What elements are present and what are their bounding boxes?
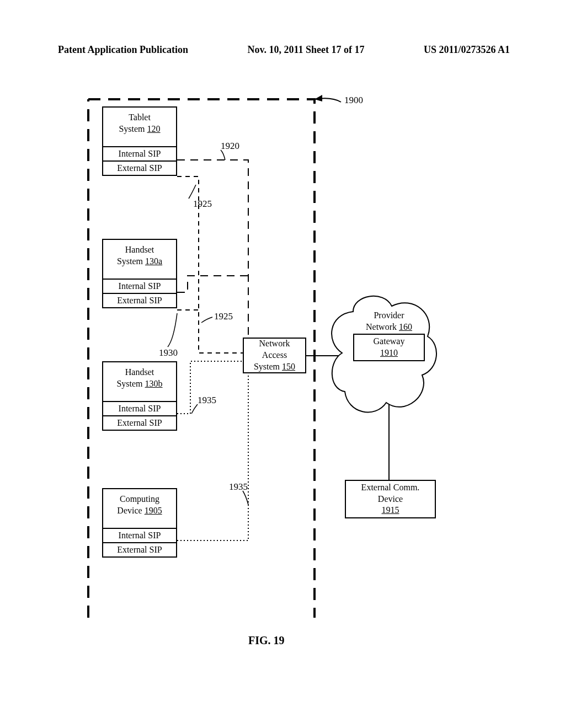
label-1935-b: 1935 [229, 481, 248, 493]
provider-network-label: Provider Network 160 [353, 310, 425, 333]
label-1930: 1930 [159, 347, 178, 358]
label-1900: 1900 [344, 95, 363, 106]
label-1925-a: 1925 [193, 199, 212, 210]
tablet-external-sip: External SIP [103, 160, 176, 175]
handset-b-block: Handset System 130b Internal SIP Externa… [102, 361, 177, 431]
label-1920: 1920 [221, 141, 239, 152]
label-1925-b: 1925 [214, 311, 233, 322]
tablet-title: Tablet System 120 [102, 106, 177, 146]
tablet-block: Tablet System 120 Internal SIP External … [102, 106, 177, 176]
handset-b-internal-sip: Internal SIP [103, 402, 176, 415]
handset-b-external-sip: External SIP [103, 415, 176, 430]
computing-block: Computing Device 1905 Internal SIP Exter… [102, 488, 177, 558]
header-center: Nov. 10, 2011 Sheet 17 of 17 [247, 44, 364, 56]
page-header: Patent Application Publication Nov. 10, … [58, 44, 510, 56]
handset-a-block: Handset System 130a Internal SIP Externa… [102, 239, 177, 308]
computing-title: Computing Device 1905 [102, 488, 177, 528]
computing-external-sip: External SIP [103, 542, 176, 556]
gateway-box: Gateway 1910 [353, 334, 425, 361]
header-right: US 2011/0273526 A1 [424, 44, 510, 56]
header-left: Patent Application Publication [58, 44, 188, 56]
handset-b-title: Handset System 130b [102, 361, 177, 401]
figure-caption: FIG. 19 [248, 634, 285, 647]
computing-internal-sip: Internal SIP [103, 529, 176, 542]
handset-a-internal-sip: Internal SIP [103, 280, 176, 293]
diagram-lines [0, 83, 565, 689]
svg-marker-0 [315, 95, 322, 101]
network-access-box: Network Access System 150 [243, 338, 306, 373]
handset-a-external-sip: External SIP [103, 293, 176, 307]
label-1935-a: 1935 [198, 395, 216, 406]
tablet-internal-sip: Internal SIP [103, 147, 176, 160]
diagram: Tablet System 120 Internal SIP External … [0, 83, 565, 689]
handset-a-title: Handset System 130a [102, 239, 177, 279]
ext-comm-box: External Comm. Device 1915 [345, 480, 436, 518]
